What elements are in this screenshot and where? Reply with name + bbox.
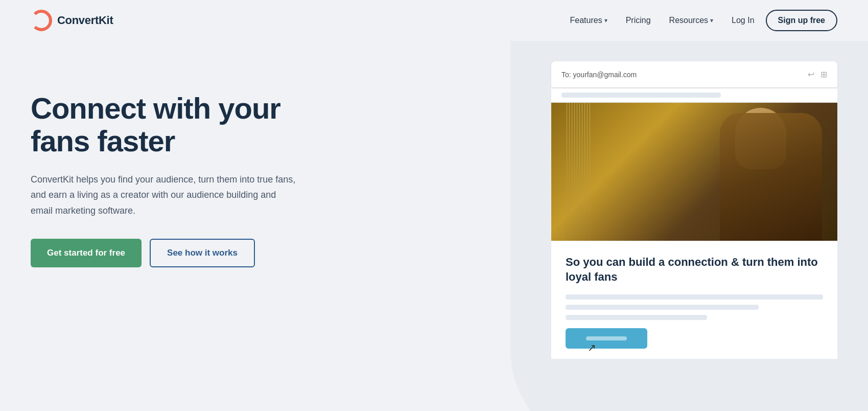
nav-links: Features ▾ Pricing Resources ▾ Log In Si… [563,10,837,31]
harp-string-3 [572,103,572,241]
harp-string-10 [590,103,590,241]
resources-chevron-icon: ▾ [710,17,713,24]
resources-label: Resources [669,16,708,25]
harp-string-5 [577,103,577,241]
harp-string-9 [587,103,588,241]
email-content: So you can build a connection & turn the… [551,241,837,359]
email-text-line-1 [566,294,823,300]
brand-name: ConvertKit [57,14,113,27]
email-cta-content [586,336,627,340]
email-image [551,103,837,241]
harp-string-6 [579,103,580,241]
nav-pricing[interactable]: Pricing [619,12,658,29]
email-to-address: To: yourfan@gmail.com [561,71,637,79]
email-subject-bar [551,88,837,102]
calendar-icon: ⊞ [820,70,827,79]
get-started-button[interactable]: Get started for free [31,239,142,267]
hero-subtitle: ConvertKit helps you find your audience,… [31,172,296,219]
harp-string-4 [574,103,575,241]
logo[interactable]: ConvertKit [31,10,113,31]
pricing-label: Pricing [626,16,651,25]
email-content-title: So you can build a connection & turn the… [566,255,823,284]
nav-resources[interactable]: Resources ▾ [662,12,720,29]
see-how-label: See how it works [167,248,238,258]
cursor-icon: ↗ [588,341,596,354]
hero-title: Connect with your fans faster [31,92,327,157]
person-body [720,113,822,241]
email-card: So you can build a connection & turn the… [551,103,837,359]
email-text-line-3 [566,315,707,320]
harp-strings [567,103,669,241]
see-how-button[interactable]: See how it works [150,239,255,267]
email-subject-line [561,93,721,98]
hero-left-content: Connect with your fans faster ConvertKit… [31,61,327,267]
email-cta-button: ↗ [566,328,647,349]
navbar: ConvertKit Features ▾ Pricing Resources … [0,0,868,41]
hero-section: Connect with your fans faster ConvertKit… [0,41,868,411]
logo-icon [31,10,52,31]
harp-string-8 [584,103,585,241]
harp-string-7 [582,103,582,241]
get-started-label: Get started for free [47,248,125,258]
features-chevron-icon: ▾ [604,17,607,24]
signup-label: Sign up free [778,16,825,25]
nav-signup-button[interactable]: Sign up free [766,10,837,31]
features-label: Features [570,16,602,25]
email-header-icons: ↩ ⊞ [808,70,827,79]
hero-right-content: To: yourfan@gmail.com ↩ ⊞ [358,61,837,359]
harp-string-2 [569,103,570,241]
nav-login[interactable]: Log In [724,12,761,29]
harp-string-1 [567,103,567,241]
email-mockup: To: yourfan@gmail.com ↩ ⊞ [551,61,837,359]
reply-icon: ↩ [808,70,814,79]
nav-features[interactable]: Features ▾ [563,12,615,29]
hero-buttons: Get started for free See how it works [31,239,327,267]
email-header: To: yourfan@gmail.com ↩ ⊞ [551,61,837,87]
login-label: Log In [732,16,754,25]
email-text-line-2 [566,305,759,310]
